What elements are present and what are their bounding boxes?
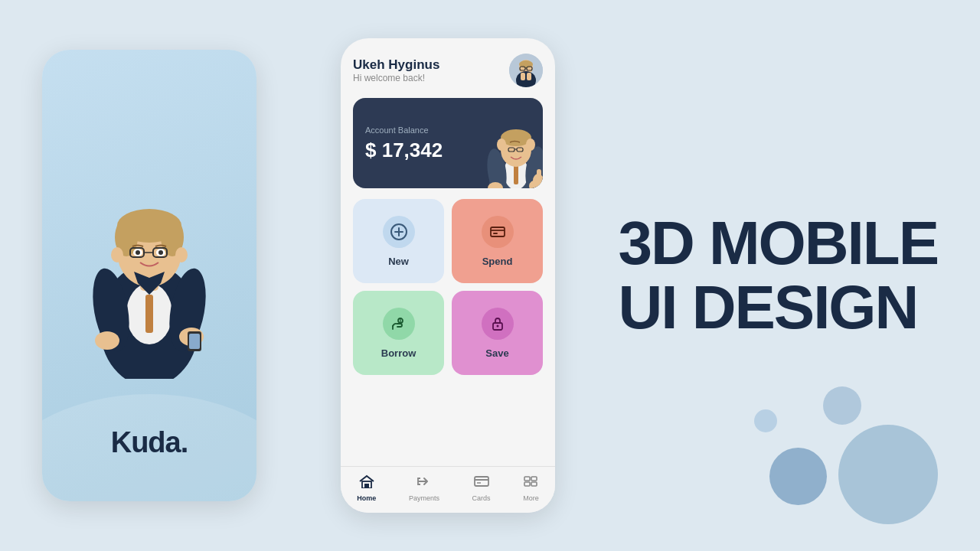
svg-rect-53: [491, 227, 505, 236]
new-label: New: [388, 256, 409, 267]
hero-text-section: 3D MOBILE UI DESIGN: [618, 211, 938, 340]
nav-home[interactable]: Home: [357, 474, 376, 502]
svg-rect-29: [527, 73, 531, 80]
borrow-label: Borrow: [381, 347, 416, 359]
user-info: Ukeh Hyginus Hi welcome back!: [353, 57, 439, 83]
svg-point-23: [175, 247, 188, 262]
nav-cards[interactable]: Cards: [472, 474, 491, 502]
svg-rect-65: [524, 477, 530, 481]
bubble-large: [838, 425, 938, 524]
save-icon-circle: [482, 308, 514, 340]
kuda-logo-text: Kuda.: [111, 426, 188, 459]
svg-point-46: [526, 139, 535, 151]
svg-rect-67: [524, 482, 530, 486]
hero-title-line1: 3D MOBILE: [618, 211, 938, 276]
balance-card: Account Balance $ 17,342: [353, 98, 543, 188]
cards-nav-label: Cards: [472, 494, 491, 502]
cards-nav-icon: [473, 474, 490, 492]
save-label: Save: [485, 347, 508, 359]
nav-more[interactable]: More: [523, 474, 539, 502]
left-phone: Kuda.: [42, 50, 256, 501]
svg-rect-61: [364, 484, 369, 488]
avatar[interactable]: [509, 54, 543, 87]
balance-character: [482, 108, 543, 188]
action-new-button[interactable]: New: [353, 199, 444, 283]
card-icon: [489, 223, 506, 240]
bubble-medium: [769, 448, 827, 505]
hero-title-line2: UI DESIGN: [618, 276, 938, 340]
svg-rect-35: [514, 165, 518, 184]
svg-point-45: [497, 139, 506, 151]
more-nav-icon: [523, 474, 538, 492]
action-grid: New Spend: [353, 199, 543, 375]
plus-icon: [390, 223, 407, 240]
lock-icon: [489, 315, 506, 332]
user-greeting: Hi welcome back!: [353, 73, 439, 83]
action-save-button[interactable]: Save: [452, 291, 543, 375]
svg-rect-62: [475, 477, 488, 486]
new-icon-circle: [383, 216, 415, 248]
nav-payments[interactable]: Payments: [409, 474, 439, 502]
payments-nav-label: Payments: [409, 494, 439, 502]
borrow-icon-circle: [383, 308, 415, 340]
svg-rect-28: [521, 73, 525, 80]
character-figure-left: [65, 73, 234, 394]
svg-rect-55: [493, 233, 498, 234]
svg-rect-68: [531, 482, 537, 486]
money-hand-icon: [390, 315, 407, 332]
user-name: Ukeh Hyginus: [353, 57, 439, 73]
svg-rect-42: [537, 169, 541, 177]
bubble-tiny: [754, 409, 777, 432]
svg-rect-3: [145, 295, 153, 333]
right-phone: Ukeh Hyginus Hi welcome back!: [341, 38, 555, 513]
svg-point-59: [496, 324, 498, 327]
svg-point-18: [158, 250, 163, 255]
svg-rect-66: [531, 477, 537, 481]
home-nav-label: Home: [357, 494, 376, 502]
svg-point-22: [111, 247, 123, 262]
more-nav-label: More: [523, 494, 539, 502]
svg-point-17: [136, 250, 140, 255]
svg-point-6: [95, 331, 119, 350]
spend-icon-circle: [482, 216, 514, 248]
action-borrow-button[interactable]: Borrow: [353, 291, 444, 375]
spend-label: Spend: [482, 256, 513, 267]
payments-nav-icon: [416, 474, 432, 492]
action-spend-button[interactable]: Spend: [452, 199, 543, 283]
bottom-nav: Home Payments Cards: [341, 466, 555, 513]
bubble-small-1: [823, 386, 861, 425]
home-nav-icon: [359, 474, 374, 492]
svg-rect-9: [189, 334, 200, 349]
dashboard-header: Ukeh Hyginus Hi welcome back!: [353, 54, 543, 87]
